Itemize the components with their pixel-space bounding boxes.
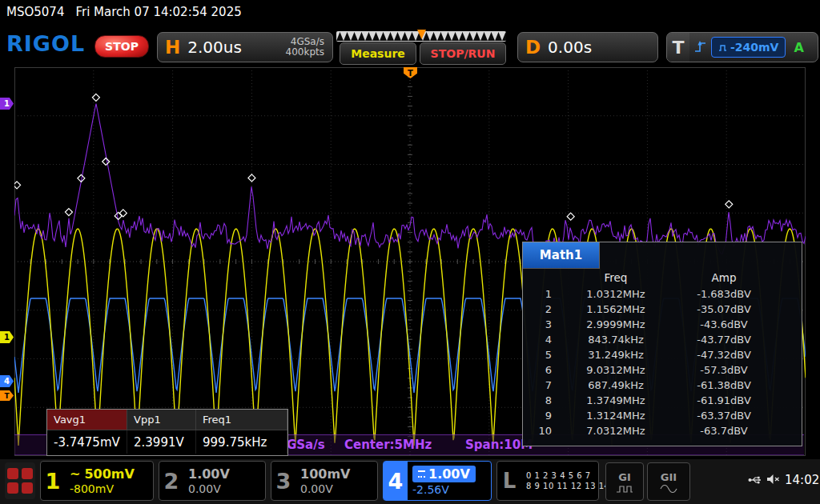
math-table-row: 21.1562MHz-35.07dBV [523,302,802,317]
measurement-value: 999.75kHz [196,430,287,454]
column-header-freq: Freq [560,271,672,284]
math1-level-marker[interactable]: 1 [0,98,14,110]
top-info-bar: MSO5074 Fri March 07 14:02:54 2025 [0,0,820,24]
channel1-coupling-icon: ~ [70,466,80,482]
channel4-status-box[interactable]: 4 1.00V -2.56V [383,461,492,501]
channel-status-bar: 1 ~ 500mV -800mV 2 1.00V 0.00V 3 100mV 0… [0,459,820,504]
generator2-button[interactable]: GII [647,462,690,501]
math-table-row: 69.0312MHz-57.3dBV [523,362,802,378]
channel4-scale: 1.00V [428,466,470,482]
math-sample-rate: GSa/s [287,438,325,452]
stop-run-button[interactable]: STOP/RUN [420,42,506,65]
delay-value: 0.00s [548,38,592,57]
memory-depth: 400kpts [286,46,324,58]
measurement-label: Vavg1 [47,410,127,430]
math-table-row: 4843.74kHz-43.77dBV [523,332,802,347]
digital-label: L [497,469,521,493]
channel2-number: 2 [159,469,183,494]
sine-wave-icon [660,485,677,493]
oscilloscope-screen: MSO5074 Fri March 07 14:02:54 2025 RIGOL… [0,0,820,504]
datetime: Fri March 07 14:02:54 2025 [75,5,241,19]
math-table-row: 531.249kHz-47.32dBV [523,347,802,362]
channel4-number: 4 [384,462,408,500]
math-table-row: 11.0312MHz-1.683dBV [523,286,802,302]
t-label: T [667,33,689,62]
sample-rate: 4GSa/s [291,36,324,47]
channel3-offset: 0.00V [300,482,350,495]
rigol-logo: RIGOL [6,31,85,56]
menu-grid-icon [22,482,33,494]
measurement-popup[interactable]: Vavg1 Vpp1 Freq1 -3.7475mV 2.3991V 999.7… [46,409,288,456]
math-table-row: 7687.49kHz-61.38dBV [523,378,802,393]
pulse-icon [718,43,727,52]
math1-results-panel[interactable]: Math1 Freq Amp 11.0312MHz-1.683dBV21.156… [522,242,802,446]
math-table-rows: 11.0312MHz-1.683dBV21.1562MHz-35.07dBV32… [523,286,802,438]
horizontal-timebase-box[interactable]: H 2.00us 4GSa/s 400kpts [157,32,333,62]
trigger-mode: A [794,40,803,55]
channel1-level-marker[interactable]: 1 [0,331,14,343]
run-state-badge[interactable]: STOP [94,35,149,58]
fft-center-frequency: Center:5MHz [344,438,432,452]
channel1-offset: -800mV [70,482,135,495]
delay-box[interactable]: D 0.00s [517,32,658,62]
generator1-button[interactable]: GI [605,462,644,501]
math-table-row: 32.9999MHz-43.6dBV [523,317,802,332]
math-table-row: 107.0312MHz-63.7dBV [523,423,802,438]
math-table-row: 91.3124MHz-63.37dBV [523,408,802,423]
h-label: H [165,37,180,58]
menu-grid-icon [7,482,18,494]
channel4-level-marker[interactable]: 4 [0,375,14,387]
channel2-offset: 0.00V [188,482,230,495]
trigger-level-marker[interactable]: T [0,390,14,401]
measure-button[interactable]: Measure [340,42,416,65]
measurement-label: Freq1 [196,410,287,430]
channel2-scale: 1.00V [188,466,230,482]
menu-grid-icon [22,468,33,479]
channel1-status-box[interactable]: 1 ~ 500mV -800mV [40,461,154,501]
usb-icon [748,475,762,485]
channel4-offset: -2.56V [412,483,476,496]
header-bar: RIGOL STOP H 2.00us 4GSa/s 400kpts [0,24,820,67]
trigger-box[interactable]: T -240mV A [666,32,818,62]
square-wave-icon [616,485,633,493]
math1-tab[interactable]: Math1 [523,242,600,269]
math-table-header: Freq Amp [523,269,802,286]
measurement-value: -3.7475mV [47,430,127,454]
channel4-scale-pill: 1.00V [412,466,476,482]
column-header-amp: Amp [672,271,776,284]
timebase-value: 2.00us [187,38,242,57]
trigger-slope-icon [693,40,708,54]
trigger-level-value: -240mV [730,41,778,54]
measurement-value: 2.3991V [127,430,196,454]
channel3-scale: 100mV [300,466,350,482]
speaker-muted-icon [766,474,780,485]
digital-channels-box[interactable]: L 0 1 2 3 4 5 6 7 8 9 10 11 12 13 14 15 [496,461,599,501]
channel1-number: 1 [41,469,65,494]
d-label: D [525,37,541,58]
channel3-status-box[interactable]: 3 100mV 0.00V [271,461,378,501]
trigger-position-ribbon[interactable] [336,30,506,40]
math-table-row: 81.3749MHz-61.91dBV [523,393,802,408]
dc-coupling-icon [418,470,425,478]
model-name: MSO5074 [6,5,64,19]
clock: 14:02 [785,473,819,487]
channel2-status-box[interactable]: 2 1.00V 0.00V [159,461,266,501]
acquisition-info: 4GSa/s 400kpts [286,37,324,58]
menu-button[interactable] [5,462,35,499]
channel1-scale: 500mV [84,466,134,482]
channel3-number: 3 [271,469,295,494]
measurement-label: Vpp1 [127,410,196,430]
trigger-level-pill[interactable]: -240mV [711,37,786,58]
menu-grid-icon [7,468,18,479]
